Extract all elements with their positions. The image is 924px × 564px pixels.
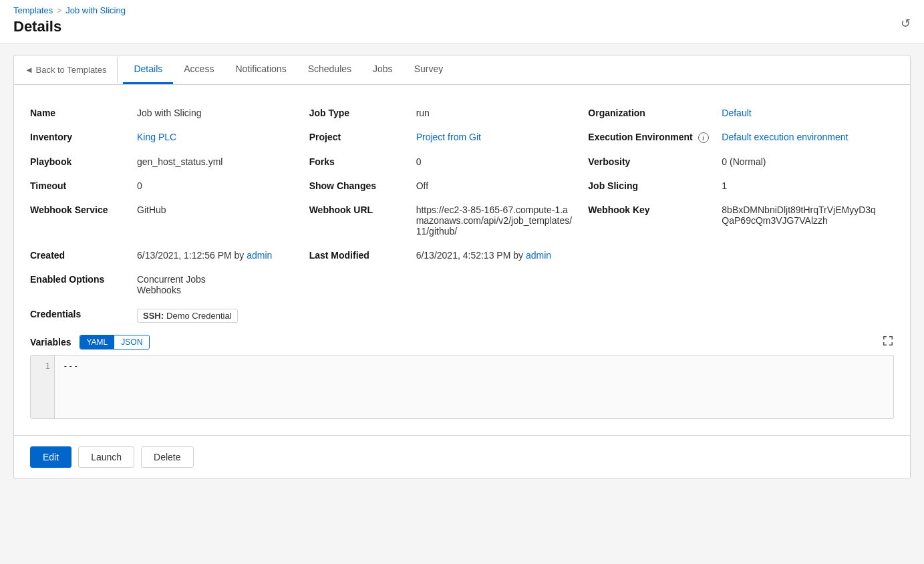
- job-slicing-value: 1: [722, 174, 894, 198]
- history-icon: ↺: [901, 17, 911, 30]
- json-toggle-button[interactable]: JSON: [114, 335, 149, 349]
- project-link[interactable]: Project from Git: [416, 132, 481, 142]
- webhook-url-label: Webhook URL: [309, 198, 416, 222]
- breadcrumb-templates-link[interactable]: Templates: [13, 5, 53, 15]
- created-label: Created: [30, 243, 137, 267]
- variables-section: Variables YAML JSON 1: [30, 335, 894, 419]
- created-by-link[interactable]: admin: [247, 250, 272, 261]
- inventory-link[interactable]: King PLC: [137, 132, 176, 142]
- name-label: Name: [30, 101, 137, 125]
- delete-button[interactable]: Delete: [141, 446, 193, 468]
- execution-env-value: Default execution environment: [722, 125, 894, 149]
- timeout-label: Timeout: [30, 174, 137, 198]
- edit-button[interactable]: Edit: [30, 446, 71, 468]
- back-to-templates-link[interactable]: ◄ Back to Templates: [25, 57, 118, 83]
- breadcrumb-current: Job with Slicing: [65, 5, 126, 15]
- webhook-key-label: Webhook Key: [588, 198, 722, 222]
- credentials-value: SSH: Demo Credential: [137, 302, 309, 329]
- project-value: Project from Git: [416, 125, 589, 149]
- forks-label: Forks: [309, 150, 416, 174]
- organization-value: Default: [722, 101, 894, 125]
- job-type-label: Job Type: [309, 101, 416, 125]
- inventory-value: King PLC: [137, 125, 309, 149]
- variables-label: Variables: [30, 337, 71, 347]
- yaml-toggle-button[interactable]: YAML: [80, 335, 115, 349]
- job-slicing-label: Job Slicing: [588, 174, 722, 198]
- history-button[interactable]: ↺: [901, 16, 911, 31]
- webhook-service-value: GitHub: [137, 198, 309, 222]
- verbosity-label: Verbosity: [588, 150, 722, 174]
- webhook-service-label: Webhook Service: [30, 198, 137, 222]
- playbook-label: Playbook: [30, 150, 137, 174]
- webhook-url-value: https://ec2-3-85-165-67.compute-1.amazon…: [416, 198, 589, 243]
- playbook-value: gen_host_status.yml: [137, 150, 309, 174]
- launch-button[interactable]: Launch: [78, 446, 134, 468]
- forks-value: 0: [416, 150, 589, 174]
- footer-actions: Edit Launch Delete: [14, 435, 910, 478]
- name-value: Job with Slicing: [137, 101, 309, 125]
- credentials-tag: SSH: Demo Credential: [137, 309, 238, 323]
- enabled-options-value: Concurrent Jobs Webhooks: [137, 267, 309, 302]
- inventory-label: Inventory: [30, 125, 137, 149]
- last-modified-by-link[interactable]: admin: [526, 250, 551, 261]
- expand-variables-button[interactable]: [882, 335, 894, 349]
- webhook-key-value: 8bBxDMNbniDljt89tHrqTrVjEMyyD3qQaP69cQm3…: [722, 198, 894, 233]
- credentials-name: Demo Credential: [166, 311, 232, 321]
- code-content[interactable]: ---: [55, 356, 893, 418]
- breadcrumb-separator: >: [57, 6, 61, 15]
- timeout-value: 0: [137, 174, 309, 198]
- execution-env-info-icon[interactable]: i: [698, 132, 709, 143]
- page-title: Details: [13, 18, 911, 35]
- credentials-label: Credentials: [30, 302, 137, 326]
- tab-schedules[interactable]: Schedules: [297, 55, 362, 84]
- tab-details[interactable]: Details: [123, 55, 173, 84]
- job-type-value: run: [416, 101, 589, 125]
- credentials-type: SSH:: [143, 311, 164, 321]
- line-numbers: 1: [31, 356, 55, 418]
- verbosity-value: 0 (Normal): [722, 150, 894, 174]
- show-changes-label: Show Changes: [309, 174, 416, 198]
- tab-survey[interactable]: Survey: [404, 55, 454, 84]
- enabled-options-label: Enabled Options: [30, 267, 137, 291]
- tab-jobs[interactable]: Jobs: [362, 55, 404, 84]
- last-modified-label: Last Modified: [309, 243, 416, 267]
- organization-label: Organization: [588, 101, 722, 125]
- tabs-bar: ◄ Back to Templates Details Access Notif…: [14, 55, 910, 85]
- code-editor: 1 ---: [30, 355, 894, 419]
- execution-env-link[interactable]: Default execution environment: [722, 132, 848, 142]
- show-changes-value: Off: [416, 174, 589, 198]
- breadcrumb: Templates > Job with Slicing: [13, 5, 911, 15]
- tab-notifications[interactable]: Notifications: [224, 55, 297, 84]
- tab-access[interactable]: Access: [173, 55, 224, 84]
- execution-env-label: Execution Environment i: [588, 125, 722, 150]
- project-label: Project: [309, 125, 416, 149]
- variables-toggle-group: YAML JSON: [80, 335, 150, 349]
- last-modified-value: 6/13/2021, 4:52:13 PM by admin: [416, 243, 589, 267]
- created-value: 6/13/2021, 1:12:56 PM by admin: [137, 243, 309, 267]
- organization-link[interactable]: Default: [722, 108, 751, 118]
